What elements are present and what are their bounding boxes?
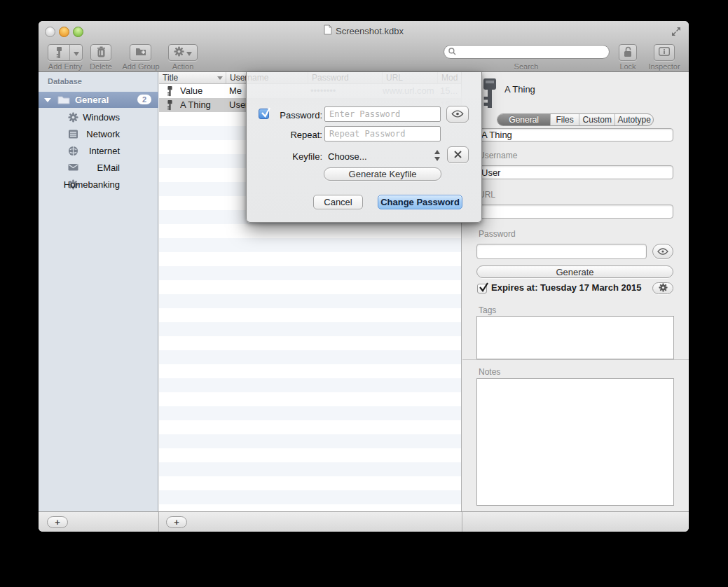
clear-keyfile-button[interactable] — [447, 146, 469, 163]
inspector-tabs: General Files Custom Autotype — [497, 113, 654, 126]
sheet-repeat-label: Repeat: — [247, 130, 322, 140]
repeat-password-input[interactable] — [324, 126, 441, 141]
delete-label: Delete — [81, 62, 121, 71]
tab-general[interactable]: General — [497, 114, 551, 125]
entry-title: Value — [180, 84, 224, 98]
inspector-panel: A Thing General Files Custom Autotype Us… — [462, 72, 689, 511]
tab-custom[interactable]: Custom — [579, 114, 616, 125]
lock-button[interactable] — [619, 44, 637, 61]
inspector-entry-title: A Thing — [504, 84, 535, 95]
delete-button[interactable] — [90, 44, 111, 61]
key-icon — [166, 100, 174, 111]
sidebar-item-email[interactable]: EMail — [39, 159, 158, 176]
change-password-sheet: Password: Repeat: Keyfile: Choose... Gen… — [246, 72, 482, 223]
tags-input[interactable] — [476, 316, 674, 359]
password-field[interactable] — [476, 244, 647, 259]
sidebar-item-label: Internet — [44, 146, 120, 156]
gear-icon — [174, 46, 184, 59]
username-field[interactable] — [476, 165, 673, 179]
expire-settings-button[interactable] — [652, 282, 673, 294]
notes-label: Notes — [479, 367, 500, 377]
folder-icon — [57, 95, 70, 104]
fullscreen-icon[interactable] — [670, 25, 682, 38]
chevron-down-icon — [70, 48, 82, 58]
change-password-button[interactable]: Change Password — [378, 195, 462, 209]
notes-input[interactable] — [476, 378, 674, 506]
expires-checkbox[interactable] — [477, 284, 487, 294]
action-label: Action — [163, 62, 202, 71]
sidebar-group-label: General — [75, 95, 109, 105]
inspector-button[interactable] — [654, 44, 675, 61]
username-label: Username — [479, 151, 517, 160]
add-entry-button[interactable] — [48, 44, 83, 61]
expires-label: Expires at: Tuesday 17 March 2015 — [491, 282, 641, 293]
folder-plus-icon — [135, 47, 146, 58]
tab-files[interactable]: Files — [551, 114, 579, 125]
search-field[interactable] — [444, 45, 610, 59]
info-icon — [659, 47, 670, 58]
new-password-input[interactable] — [324, 106, 441, 122]
screen: Screenshot.kdbx — [0, 0, 728, 587]
password-label: Password — [479, 229, 516, 239]
search-label: Search — [505, 62, 547, 71]
column-header-title[interactable]: Title — [159, 72, 226, 83]
cancel-button[interactable]: Cancel — [313, 195, 363, 209]
url-field[interactable] — [476, 205, 673, 219]
action-button[interactable] — [168, 44, 198, 61]
sidebar-item-label: EMail — [44, 163, 120, 173]
section-divider — [462, 359, 689, 360]
reveal-password-button[interactable] — [652, 244, 673, 259]
sidebar-item-internet[interactable]: Internet — [39, 142, 158, 159]
window-title-area: Screenshot.kdbx — [39, 21, 689, 41]
sidebar-item-windows[interactable]: Windows — [39, 109, 158, 125]
window-title: Screenshot.kdbx — [336, 26, 404, 36]
add-group-button[interactable] — [130, 44, 151, 61]
sidebar-item-label: Windows — [44, 112, 120, 123]
group-count-badge: 2 — [137, 95, 151, 104]
show-password-button[interactable] — [446, 106, 469, 123]
divider — [462, 512, 462, 532]
sidebar-header: Database — [48, 77, 82, 85]
entry-title: A Thing — [180, 98, 224, 112]
disclosure-triangle-icon[interactable] — [44, 98, 51, 102]
close-icon — [454, 150, 462, 160]
sidebar-item-label: Network — [44, 129, 120, 139]
sidebar: Database General 2 Windows — [39, 72, 158, 511]
app-window: Screenshot.kdbx — [39, 21, 689, 532]
search-icon — [448, 47, 456, 57]
chevron-down-icon — [186, 48, 192, 58]
sidebar-item-homebanking[interactable]: Homebanking — [39, 176, 158, 193]
eye-icon — [451, 109, 464, 120]
bottom-bar: + + — [39, 511, 689, 532]
eye-icon — [657, 247, 668, 257]
lock-open-icon — [623, 46, 633, 60]
tab-autotype[interactable]: Autotype — [615, 114, 653, 125]
sheet-keyfile-label: Keyfile: — [247, 151, 322, 162]
gear-icon — [659, 283, 668, 294]
sidebar-item-network[interactable]: Network — [39, 125, 158, 142]
sidebar-item-label: Homebanking — [44, 179, 120, 190]
add-group-label: Add Group — [121, 62, 161, 71]
sidebar-group-general[interactable]: General 2 — [39, 92, 158, 108]
sort-descending-icon — [217, 76, 223, 80]
stepper-arrows-icon[interactable] — [434, 149, 441, 164]
sheet-password-label: Password: — [247, 110, 322, 120]
tags-label: Tags — [479, 305, 496, 315]
generate-keyfile-button[interactable]: Generate Keyfile — [324, 167, 441, 181]
keyfile-popup[interactable]: Choose... — [328, 151, 367, 162]
key-icon — [166, 86, 174, 97]
document-icon — [324, 25, 332, 37]
title-field[interactable] — [476, 128, 673, 141]
search-input[interactable] — [459, 46, 609, 58]
key-icon — [481, 78, 498, 111]
add-group-plus-button[interactable]: + — [47, 516, 68, 528]
trash-icon — [97, 46, 106, 60]
generate-password-button[interactable]: Generate — [476, 265, 673, 278]
divider — [158, 512, 159, 532]
inspector-label: Inspector — [643, 62, 685, 71]
checkmark-icon — [478, 282, 490, 293]
toolbar: Add Entry Delete Add Group Action Search… — [39, 41, 689, 72]
add-entry-plus-button[interactable]: + — [166, 516, 187, 528]
key-icon — [48, 47, 69, 59]
title-bar[interactable]: Screenshot.kdbx — [39, 21, 689, 41]
